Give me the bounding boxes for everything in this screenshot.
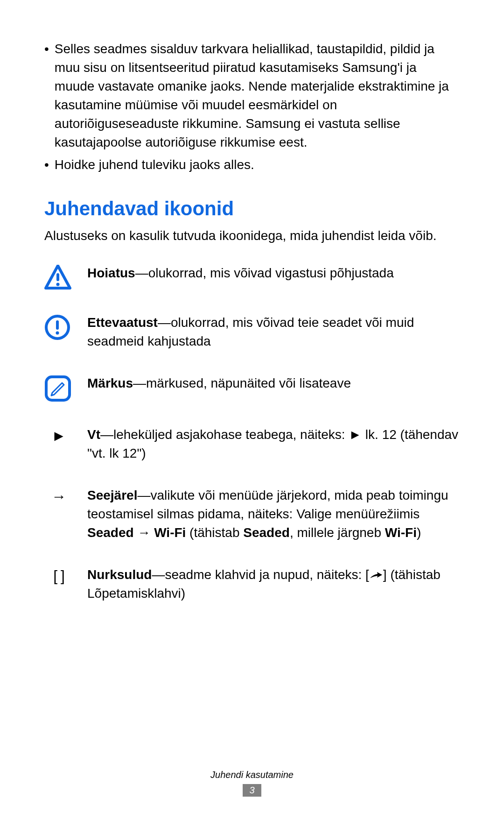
icon-col — [44, 264, 73, 290]
label-bold: Seejärel — [87, 488, 137, 502]
bullet-marker: • — [44, 156, 49, 174]
arrow-icon: → — [44, 487, 73, 506]
refer-icon: ► — [44, 426, 73, 445]
svg-point-4 — [56, 332, 59, 335]
bullet-item: • Selles seadmes sisalduv tarkvara helia… — [44, 40, 460, 152]
label-text: , millele järgneb — [290, 525, 385, 540]
icon-col: [ ] — [44, 565, 73, 585]
text-col: Seejärel—valikute või menüüde järjekord,… — [73, 486, 460, 542]
svg-rect-0 — [56, 273, 59, 281]
label-bold: Ettevaatust — [87, 315, 158, 330]
label-text: (tähistab — [186, 525, 243, 540]
bullet-text: Hoidke juhend tuleviku jaoks alles. — [55, 156, 254, 174]
label-bold: Seaded — [243, 525, 290, 540]
icon-col — [44, 374, 73, 402]
text-col: Ettevaatust—olukorrad, mis võivad teie s… — [73, 313, 460, 351]
label-bold: Seaded — [87, 525, 134, 540]
label-text: ) — [417, 525, 421, 540]
text-col: Vt—leheküljed asjakohase teabega, näitek… — [73, 425, 460, 463]
label-bold: Hoiatus — [87, 266, 135, 280]
row-followed: → Seejärel—valikute või menüüde järjekor… — [44, 486, 460, 542]
svg-rect-3 — [56, 320, 59, 330]
text-col: Nurksulud—seadme klahvid ja nupud, näite… — [73, 565, 460, 603]
brackets-icon: [ ] — [44, 566, 73, 585]
row-warning: Hoiatus—olukorrad, mis võivad vigastusi … — [44, 264, 460, 290]
end-key-icon — [369, 571, 383, 580]
label-bold: Wi-Fi — [154, 525, 186, 540]
text-col: Hoiatus—olukorrad, mis võivad vigastusi … — [73, 264, 460, 283]
icon-col: ► — [44, 425, 73, 445]
text-col: Märkus—märkused, näpunäited või lisateav… — [73, 374, 460, 393]
section-heading: Juhendavad ikoonid — [44, 198, 460, 220]
note-icon — [44, 375, 71, 402]
caution-icon — [44, 314, 70, 340]
label-text: —leheküljed asjakohase teabega, näiteks:… — [87, 427, 458, 460]
page-number: 3 — [243, 784, 261, 797]
row-brackets: [ ] Nurksulud—seadme klahvid ja nupud, n… — [44, 565, 460, 603]
label-text: —valikute või menüüde järjekord, mida pe… — [87, 488, 448, 521]
svg-point-1 — [56, 283, 60, 286]
intro-text: Alustuseks on kasulik tutvuda ikoonidega… — [44, 226, 460, 245]
label-bold: Wi-Fi — [385, 525, 417, 540]
label-text: —seadme klahvid ja nupud, näiteks: [ — [152, 567, 369, 582]
page-content: • Selles seadmes sisalduv tarkvara helia… — [0, 0, 504, 603]
footer-title: Juhendi kasutamine — [0, 770, 504, 780]
label-text: —märkused, näpunäited või lisateave — [133, 376, 351, 390]
warning-icon — [44, 265, 71, 290]
row-caution: Ettevaatust—olukorrad, mis võivad teie s… — [44, 313, 460, 351]
page-footer: Juhendi kasutamine 3 — [0, 770, 504, 797]
bullet-text: Selles seadmes sisalduv tarkvara heliall… — [55, 40, 460, 152]
row-note: Märkus—märkused, näpunäited või lisateav… — [44, 374, 460, 402]
row-refer: ► Vt—leheküljed asjakohase teabega, näit… — [44, 425, 460, 463]
label-bold: Vt — [87, 427, 100, 442]
label-text: —olukorrad, mis võivad vigastusi põhjust… — [135, 266, 394, 280]
icon-col: → — [44, 486, 73, 506]
icon-col — [44, 313, 73, 340]
bullet-item: • Hoidke juhend tuleviku jaoks alles. — [44, 156, 460, 174]
label-text: → — [134, 525, 154, 540]
label-bold: Nurksulud — [87, 567, 152, 582]
label-bold: Märkus — [87, 376, 133, 390]
bullet-marker: • — [44, 40, 49, 152]
